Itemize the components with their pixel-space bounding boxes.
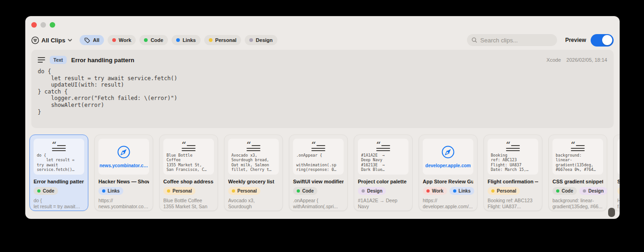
card-thumbnail: “background: linear- gradient(135deg, #6… bbox=[552, 139, 603, 175]
card-snippet: do { let result = try await… bbox=[34, 198, 84, 210]
tag-label: Personal bbox=[237, 188, 257, 193]
clip-card-1[interactable]: “do { let result = try await service.fet… bbox=[29, 135, 88, 211]
minimize-button[interactable] bbox=[40, 22, 46, 28]
tag-color-dot bbox=[232, 189, 235, 193]
clip-card-list: “do { let result = try await service.fet… bbox=[25, 135, 620, 217]
card-link-domain: news.ycombinator.c… bbox=[99, 163, 148, 168]
filter-chip-label: Design bbox=[256, 37, 273, 43]
clip-card-5[interactable]: “.onAppear { withAnimation(.sp ring(resp… bbox=[289, 135, 348, 211]
card-tags: Links bbox=[98, 187, 149, 195]
design-color-dot bbox=[249, 38, 253, 42]
clip-card-10[interactable]: “S…PersonalH… f… bbox=[613, 135, 620, 211]
card-thumbnail: developer.apple.com bbox=[423, 139, 473, 175]
clip-card-7[interactable]: developer.apple.comApp Store Review Gui…… bbox=[419, 135, 477, 211]
card-title: Hacker News — Show… bbox=[98, 179, 149, 184]
card-title: App Store Review Gui… bbox=[423, 179, 473, 184]
card-tags: Code bbox=[34, 187, 84, 195]
compass-icon bbox=[441, 145, 455, 159]
tag-label: Work bbox=[432, 188, 443, 193]
tag-color-dot bbox=[102, 189, 105, 193]
card-tags: Personal bbox=[228, 187, 279, 195]
preview-toggle[interactable] bbox=[591, 34, 614, 47]
filter-chip-design[interactable]: Design bbox=[245, 35, 277, 45]
card-tags: CodeDesign bbox=[552, 187, 603, 195]
tag-pill-links: Links bbox=[98, 187, 123, 195]
text-quote-icon: “ bbox=[571, 142, 585, 151]
scrollbar-thumb[interactable] bbox=[608, 208, 615, 217]
tag-label: Links bbox=[108, 188, 120, 193]
tag-label: Code bbox=[43, 188, 54, 193]
card-tags: Code bbox=[293, 187, 344, 195]
clip-card-8[interactable]: “Booking ref: ABC123 Flight: UA837 Date:… bbox=[483, 135, 542, 211]
search-input[interactable] bbox=[480, 37, 552, 44]
search-field[interactable] bbox=[467, 34, 557, 46]
card-snippet: Avocado x3, Sourdough bread, Oat milk, S… bbox=[228, 198, 279, 210]
clip-type-badge: Text bbox=[50, 56, 67, 64]
card-tags: WorkLinks bbox=[423, 187, 473, 195]
tag-pill-code: Code bbox=[34, 187, 58, 195]
toolbar: All Clips AllWorkCodeLinksPersonalDesign… bbox=[31, 34, 614, 47]
filter-chip-work[interactable]: Work bbox=[108, 35, 136, 45]
text-quote-icon: “ bbox=[52, 142, 66, 151]
personal-color-dot bbox=[209, 38, 213, 42]
tag-pill-code: Code bbox=[552, 187, 577, 195]
card-link-domain: developer.apple.com bbox=[426, 163, 471, 168]
card-title: Error handling pattern bbox=[34, 179, 84, 184]
filter-chip-label: Work bbox=[119, 37, 131, 43]
card-tags: Personal bbox=[163, 187, 214, 195]
links-color-dot bbox=[176, 38, 180, 42]
code-color-dot bbox=[144, 38, 148, 42]
text-quote-icon: “ bbox=[376, 142, 390, 151]
tag-pill-personal: Personal bbox=[488, 187, 520, 195]
tag-color-dot bbox=[426, 189, 430, 193]
tag-color-dot bbox=[362, 189, 365, 193]
card-title: SwiftUI view modifier bbox=[293, 179, 344, 184]
filter-chips: AllWorkCodeLinksPersonalDesign bbox=[80, 35, 277, 45]
card-title: CSS gradient snippet bbox=[552, 179, 603, 184]
card-preview-text: Blue Bottle Coffee 1355 Market St, San F… bbox=[167, 153, 211, 172]
filter-chip-label: All bbox=[93, 37, 99, 43]
close-button[interactable] bbox=[31, 22, 37, 28]
clip-timestamp: 2026/02/05, 18:14 bbox=[566, 57, 607, 63]
card-snippet: #1A1A2E → Deep Navy #16213E → Dark Blue.… bbox=[358, 198, 408, 210]
card-preview-text: .onAppear { withAnimation(.sp ring(respo… bbox=[296, 153, 340, 172]
source-switcher[interactable]: All Clips bbox=[31, 36, 72, 44]
card-title: Weekly grocery list bbox=[228, 179, 279, 184]
chevron-down-icon bbox=[68, 39, 72, 42]
card-preview-text: do { let result = try await service.fetc… bbox=[37, 153, 81, 172]
filter-chip-personal[interactable]: Personal bbox=[204, 35, 241, 45]
tag-color-dot bbox=[297, 189, 300, 193]
app-window: All Clips AllWorkCodeLinksPersonalDesign… bbox=[25, 16, 620, 219]
card-snippet: .onAppear { withAnimation(.spri... bbox=[293, 198, 344, 210]
clip-card-4[interactable]: “Avocado x3, Sourdough bread, Oat milk, … bbox=[224, 135, 283, 211]
compass-icon bbox=[117, 145, 131, 159]
filter-chip-code[interactable]: Code bbox=[139, 35, 168, 45]
source-label: All Clips bbox=[41, 37, 65, 44]
zoom-button[interactable] bbox=[50, 22, 55, 28]
clip-card-3[interactable]: “Blue Bottle Coffee 1355 Market St, San … bbox=[159, 135, 218, 211]
filter-chip-links[interactable]: Links bbox=[172, 35, 201, 45]
source-app: Xcode bbox=[546, 57, 561, 63]
tag-label: Design bbox=[588, 188, 604, 193]
tag-color-dot bbox=[453, 189, 456, 193]
card-thumbnail: “do { let result = try await service.fet… bbox=[34, 139, 84, 175]
filter-chip-all[interactable]: All bbox=[80, 35, 104, 45]
clip-card-6[interactable]: “#1A1A2E → Deep Navy #16213E → Dark Blue… bbox=[354, 135, 413, 211]
card-tags: Design bbox=[358, 187, 408, 195]
preview-panel: Text Error handling pattern Xcode 2026/0… bbox=[31, 50, 614, 128]
text-quote-icon: “ bbox=[247, 142, 260, 151]
tag-pill-design: Design bbox=[358, 187, 386, 195]
preview-header: Text Error handling pattern Xcode 2026/0… bbox=[31, 50, 614, 64]
clip-content: do { let result = try await service.fetc… bbox=[38, 68, 607, 115]
tag-label: Personal bbox=[172, 188, 192, 193]
clip-card-2[interactable]: news.ycombinator.c…Hacker News — Show…Li… bbox=[94, 135, 153, 211]
tag-color-dot bbox=[583, 189, 586, 193]
work-color-dot bbox=[112, 38, 116, 42]
clip-meta: Xcode 2026/02/05, 18:14 bbox=[546, 57, 607, 63]
clip-card-9[interactable]: “background: linear- gradient(135deg, #6… bbox=[548, 135, 607, 211]
card-thumbnail: “#1A1A2E → Deep Navy #16213E → Dark Blue… bbox=[358, 139, 408, 175]
card-title: Flight confirmation —… bbox=[488, 179, 538, 184]
tag-color-dot bbox=[37, 189, 40, 193]
text-quote-icon: “ bbox=[311, 142, 325, 151]
search-icon bbox=[472, 37, 477, 43]
